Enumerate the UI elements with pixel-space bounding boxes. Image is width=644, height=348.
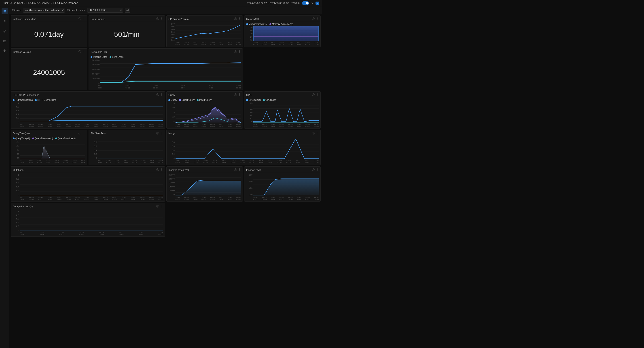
legend-dot-select: [179, 99, 181, 101]
panel-ibytes-title: Inserted bytes(b/s): [168, 169, 189, 171]
delayed-y-axis: 10.80.60.40.20: [13, 210, 19, 231]
info-icon[interactable]: ⓘ: [234, 93, 237, 97]
legend-qt-insert: QueryTime(insert): [55, 137, 76, 140]
more-icon[interactable]: ⋮: [238, 168, 241, 172]
panel-mutations-header: Mutations ⓘ ⋮: [11, 166, 165, 173]
panel-network-io: Network I/O(B) ⓘ ⋮ Receive Bytes: [88, 48, 243, 90]
instance-select[interactable]: 127.0.0.1:9363: [87, 8, 123, 13]
sidebar-icon-grid[interactable]: ⊞: [2, 8, 8, 14]
more-icon[interactable]: ⋮: [160, 17, 163, 21]
panel-qps-actions: ⓘ ⋮: [312, 93, 319, 97]
info-icon[interactable]: ⓘ: [234, 168, 237, 172]
more-icon[interactable]: ⋮: [82, 17, 85, 21]
more-icon[interactable]: ⋮: [82, 50, 85, 54]
legend-memory-usage: Memory Usage(%): [246, 23, 267, 25]
legend-query: Query: [168, 99, 177, 101]
panel-merge-actions: ⓘ ⋮: [312, 131, 319, 135]
info-icon[interactable]: ⓘ: [312, 17, 314, 21]
legend-label-select: Select Query: [182, 99, 194, 101]
info-icon[interactable]: ⓘ: [234, 17, 237, 21]
more-icon[interactable]: ⋮: [160, 205, 163, 208]
more-icon[interactable]: ⋮: [316, 17, 319, 21]
more-icon[interactable]: ⋮: [160, 168, 163, 172]
mutations-x-axis: 22:1703-06 22:1803-06 22:1903-06 22:2003…: [13, 196, 163, 201]
sidebar-icon-list[interactable]: ≡: [2, 18, 8, 24]
sidebar-icon-alert[interactable]: ◎: [2, 28, 8, 34]
more-icon[interactable]: ⋮: [160, 93, 163, 97]
service-select[interactable]: clickhouse::prometheus-clickhc: [23, 8, 65, 13]
more-icon[interactable]: ⋮: [316, 168, 319, 172]
info-icon[interactable]: ⓘ: [312, 93, 314, 97]
legend-dot-query: [168, 99, 170, 101]
network-legend: Receive Bytes Send Bytes: [90, 56, 241, 58]
http-svg: [20, 102, 163, 123]
time-range: 2024-03-06 22:17 ~ 2024-03-06 22:32 UTC+…: [247, 2, 300, 5]
panel-delayed-actions: ⓘ ⋮: [156, 205, 163, 208]
panel-delayed-title: Delayed Inserts(s): [13, 205, 33, 208]
legend-select-query: Select Query: [179, 99, 194, 101]
breadcrumb-sep1: ›: [24, 2, 25, 5]
theme-toggle[interactable]: [302, 1, 309, 5]
legend-qt-select: QueryTime(select): [32, 137, 53, 140]
info-icon[interactable]: ⓘ: [156, 205, 159, 208]
panel-querytime-title: QueryTime(ms): [13, 132, 30, 135]
panel-irows-chart: 800600400200: [244, 173, 320, 201]
info-icon[interactable]: ⓘ: [312, 168, 314, 172]
info-icon[interactable]: ⓘ: [78, 17, 81, 21]
panel-merge-chart: 10.80.60.40.20: [166, 136, 320, 165]
network-svg: [100, 59, 241, 84]
sidebar-icon-dashboard[interactable]: ▦: [2, 38, 8, 44]
panel-cpu: CPU usage(cores) ⓘ ⋮ 0.070.060.050.040.0…: [166, 16, 243, 47]
ibytes-chart-axis: 25,00020,00015,00010,0005,0000: [168, 174, 241, 196]
more-icon[interactable]: ⋮: [238, 50, 241, 54]
top-right: 2024-03-06 22:17 ~ 2024-03-06 22:32 UTC+…: [247, 1, 319, 5]
panel-http-tcp: HTTP/TCP Connections ⓘ ⋮ TCP Connections: [11, 91, 165, 128]
legend-dot-send: [110, 56, 111, 58]
more-icon[interactable]: ⋮: [160, 131, 163, 135]
panel-mutations-title: Mutations: [13, 169, 24, 171]
info-icon[interactable]: ⓘ: [78, 131, 81, 135]
version-value: 24001005: [33, 68, 65, 77]
irows-x-axis: 22:1703-06 22:1903-06 22:2103-06 22:2303…: [246, 196, 319, 201]
sync-button[interactable]: ⇄: [125, 8, 130, 13]
legend-label-qt-all: QueryTime(all): [15, 137, 30, 140]
dashboard-grid: Instance Uptime(day) ⓘ ⋮ 0.071day Files …: [10, 14, 322, 348]
more-icon[interactable]: ⋮: [316, 93, 319, 97]
breadcrumb-root[interactable]: ClickHouse-Root: [3, 2, 23, 5]
panel-query-chart: Query Select Query Insert Query: [166, 98, 242, 128]
legend-label-qt-insert: QueryTime(insert): [58, 137, 76, 140]
more-icon[interactable]: ⋮: [316, 131, 319, 135]
panel-mutations: Mutations ⓘ ⋮ 10.80.60.40.20: [11, 166, 165, 202]
panel-inserted-rows: Inserted rows ⓘ ⋮ 800600400200: [244, 166, 321, 202]
legend-label-send: Send Bytes: [112, 56, 124, 58]
info-icon[interactable]: ⓘ: [156, 168, 159, 172]
legend-dot-avail: [270, 23, 271, 25]
panel-version-actions: ⓘ ⋮: [78, 50, 85, 54]
legend-memory-avail: Memory Available(%): [270, 23, 293, 25]
panel-http-chart: TCP Connections HTTP Connections 10.80.6…: [11, 98, 165, 128]
legend-label-insert: Insert Query: [199, 99, 212, 101]
querytime-legend: QueryTime(all) QueryTime(select) QueryTi…: [13, 137, 85, 140]
cpu-x-axis: 22:1703-06 22:1903-06 22:2103-06 22:2303…: [168, 42, 241, 46]
panel-querytime-actions: ⓘ ⋮: [78, 131, 85, 135]
refresh-icon[interactable]: ↻: [311, 2, 313, 5]
ibytes-x-axis: 22:1703-06 22:1903-06 22:2103-06 22:2303…: [168, 196, 241, 201]
info-icon[interactable]: ⓘ: [156, 93, 159, 97]
breadcrumb-service[interactable]: ClickHouse-Service: [26, 2, 50, 5]
info-icon[interactable]: ⓘ: [156, 131, 159, 135]
info-icon[interactable]: ⓘ: [312, 131, 314, 135]
more-icon[interactable]: ⋮: [82, 131, 85, 135]
slowread-svg: [98, 137, 163, 159]
info-icon[interactable]: ⓘ: [78, 50, 81, 54]
panel-memory-header: Memory(%) ⓘ ⋮: [244, 16, 320, 22]
querytime-chart-axis: 150120906030: [13, 141, 85, 159]
info-icon[interactable]: ⓘ: [156, 17, 159, 21]
info-icon[interactable]: ⓘ: [234, 50, 237, 54]
panel-uptime: Instance Uptime(day) ⓘ ⋮ 0.071day: [11, 16, 87, 47]
panel-querytime: QueryTime(ms) ⓘ ⋮ QueryTime(all): [11, 130, 87, 165]
sidebar-icon-settings[interactable]: ⚙: [2, 48, 8, 54]
querytime-y-axis: 150120906030: [13, 141, 19, 159]
more-icon[interactable]: ⋮: [238, 93, 241, 97]
main-content: $Service clickhouse::prometheus-clickhc …: [10, 6, 322, 348]
more-icon[interactable]: ⋮: [238, 17, 241, 21]
